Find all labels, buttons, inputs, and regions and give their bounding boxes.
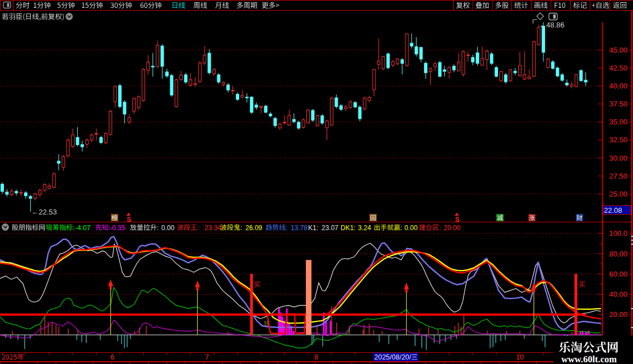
svg-text:42.50: 42.50: [609, 64, 627, 72]
svg-text:13.78: 13.78: [291, 224, 308, 232]
svg-text:←22.53: ←22.53: [31, 208, 57, 216]
svg-text:3.24: 3.24: [358, 224, 371, 232]
svg-text:37.50: 37.50: [609, 100, 627, 108]
svg-text:S: S: [127, 216, 131, 223]
svg-text:-4.07: -4.07: [75, 224, 91, 232]
svg-text:7: 7: [205, 353, 209, 361]
svg-text:www.60lt.com: www.60lt.com: [561, 354, 617, 364]
svg-text:40.00: 40.00: [609, 290, 627, 298]
svg-text:8: 8: [314, 353, 318, 361]
svg-text:DK1:: DK1:: [341, 224, 356, 232]
svg-text:40.00: 40.00: [609, 82, 627, 90]
svg-text:35.00: 35.00: [609, 118, 627, 126]
svg-text:K1:: K1:: [308, 224, 318, 232]
svg-text:60.00: 60.00: [609, 270, 627, 278]
svg-text:0.00: 0.00: [404, 224, 418, 232]
svg-text:2025/08/20/: 2025/08/20/: [374, 353, 412, 361]
svg-text:-0.35: -0.35: [110, 224, 125, 232]
svg-text:80.00: 80.00: [609, 250, 627, 258]
svg-text:←48.86: ←48.86: [539, 21, 565, 29]
svg-text:100.0: 100.0: [609, 229, 627, 237]
svg-text:22.08: 22.08: [604, 206, 622, 214]
svg-text:0.00: 0.00: [161, 224, 175, 232]
svg-text:45.00: 45.00: [609, 46, 627, 54]
svg-text:6: 6: [110, 353, 114, 361]
svg-text:10: 10: [516, 353, 524, 361]
svg-text:32.50: 32.50: [609, 136, 627, 144]
svg-text:23.07: 23.07: [322, 224, 338, 232]
svg-text:27.50: 27.50: [609, 172, 627, 180]
svg-text:23.34: 23.34: [204, 224, 221, 232]
svg-text:30.00: 30.00: [609, 154, 627, 162]
svg-text:20.00: 20.00: [609, 310, 627, 319]
svg-text:20.00: 20.00: [444, 224, 460, 232]
svg-text:S: S: [455, 216, 459, 223]
svg-text:26.09: 26.09: [245, 224, 262, 232]
svg-text:25.00: 25.00: [609, 190, 627, 198]
